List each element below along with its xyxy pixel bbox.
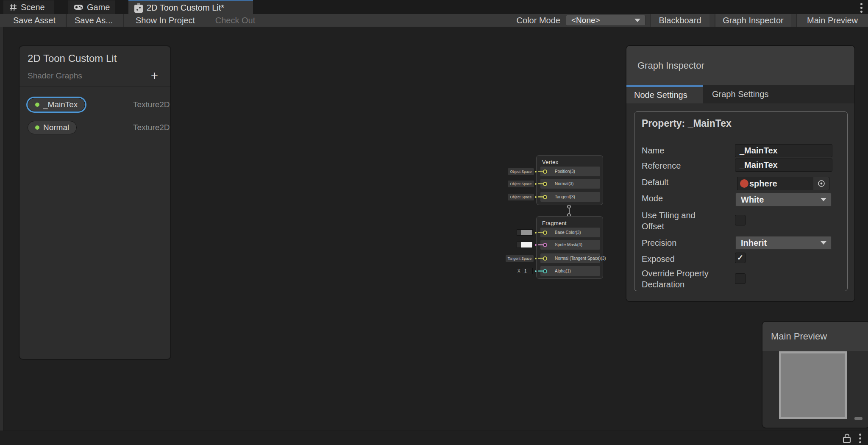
port-label: Normal(3) <box>555 179 573 189</box>
fragment-basecolor-row[interactable]: Base Color(3) <box>540 228 600 237</box>
main-preview-panel: Main Preview <box>762 321 868 428</box>
vertex-node-title: Vertex <box>542 159 559 165</box>
resize-handle[interactable] <box>854 417 862 420</box>
base-color-swatch[interactable] <box>517 229 533 236</box>
exposed-label: Exposed <box>642 253 733 264</box>
default-object-name: sphere <box>749 179 777 189</box>
input-port-icon[interactable] <box>543 182 547 186</box>
blackboard-subtitle: Shader Graphs <box>28 71 82 81</box>
property-box: Property: _MainTex Name _MainTex Referen… <box>634 111 848 291</box>
tab-game[interactable]: Game <box>68 0 115 14</box>
property-box-header: Property: _MainTex <box>634 112 847 135</box>
name-field[interactable]: _MainTex <box>735 144 832 157</box>
precision-dropdown[interactable]: Inherit <box>735 236 832 250</box>
override-declaration-checkbox[interactable] <box>735 273 746 284</box>
sprite-mask-swatch[interactable] <box>517 242 533 248</box>
dropdown-arrow-icon <box>821 241 826 245</box>
default-label: Default <box>642 177 733 188</box>
blackboard-toggle-button[interactable]: Blackboard <box>650 14 709 27</box>
tab-scene-label: Scene <box>21 3 45 12</box>
tab-node-settings[interactable]: Node Settings <box>626 85 703 103</box>
alpha-x-label: X <box>517 266 520 276</box>
input-port-icon[interactable] <box>543 269 547 273</box>
fragment-node[interactable]: Fragment Base Color(3) Sprite Mask(4) <box>536 216 603 279</box>
override-declaration-label: Override Property Declaration <box>642 268 733 290</box>
vertex-tangent-row[interactable]: Object Space Tangent(3) <box>540 192 600 202</box>
port-dot-icon <box>535 244 537 246</box>
fragment-spritemask-row[interactable]: Sprite Mask(4) <box>540 240 600 250</box>
fragment-normal-row[interactable]: Tangent Space Normal (Tangent Space)(3) <box>540 253 600 263</box>
show-in-project-button[interactable]: Show In Project <box>126 14 204 27</box>
check-out-button: Check Out <box>207 14 264 27</box>
status-menu-icon[interactable] <box>859 434 862 443</box>
object-picker-icon <box>817 179 826 188</box>
unlock-icon[interactable] <box>841 433 853 444</box>
add-property-button[interactable]: + <box>151 72 158 80</box>
input-port-icon[interactable] <box>543 243 547 247</box>
tiling-offset-checkbox[interactable] <box>735 215 746 225</box>
precision-label: Precision <box>642 237 733 248</box>
inspector-tab-row: Node Settings Graph Settings <box>626 85 854 103</box>
space-tag[interactable]: Object Space <box>508 194 534 200</box>
vertex-normal-row[interactable]: Object Space Normal(3) <box>540 179 600 189</box>
color-mode-dropdown[interactable]: <None> <box>566 15 645 26</box>
port-dot-icon <box>535 183 537 185</box>
exposed-dot-icon <box>35 103 39 107</box>
port-dot-icon <box>535 171 537 172</box>
graph-canvas[interactable]: 2D Toon Custom Lit Shader Graphs + _Main… <box>0 27 868 431</box>
shader-preview-image[interactable] <box>779 351 847 419</box>
property-type: Texture2D <box>133 123 170 132</box>
property-pill-maintex[interactable]: _MainTex <box>28 98 85 111</box>
gamepad-icon <box>74 4 83 10</box>
shader-graph-icon <box>134 3 143 13</box>
precision-value: Inherit <box>741 238 767 248</box>
mode-dropdown[interactable]: White <box>735 193 832 206</box>
mode-label: Mode <box>642 193 733 204</box>
main-preview-toggle-button[interactable]: Main Preview <box>796 14 868 27</box>
main-preview-title: Main Preview <box>762 322 868 351</box>
fragment-node-title: Fragment <box>542 220 567 226</box>
input-port-icon[interactable] <box>543 170 547 174</box>
toolbar-divider <box>66 14 67 27</box>
shader-toolbar: Save Asset Save As... Show In Project Ch… <box>0 14 868 27</box>
property-type: Texture2D <box>133 100 170 109</box>
vertex-node[interactable]: Vertex Object Space Position(3) Object S… <box>536 155 603 205</box>
tiling-offset-label: Use Tiling and Offset <box>642 210 733 232</box>
input-port-icon[interactable] <box>543 231 547 235</box>
object-picker-button[interactable] <box>813 177 829 190</box>
exposed-checkbox[interactable]: ✓ <box>735 253 746 263</box>
mode-value: White <box>741 195 764 205</box>
tab-shader-graph[interactable]: 2D Toon Custom Lit* <box>128 0 253 14</box>
port-dot-icon <box>535 232 537 234</box>
fragment-alpha-row[interactable]: X 1 Alpha(1) <box>540 266 600 276</box>
save-asset-button[interactable]: Save Asset <box>3 14 65 27</box>
space-tag[interactable]: Object Space <box>508 181 534 187</box>
graph-inspector-title: Graph Inspector <box>626 46 854 85</box>
tab-graph-settings[interactable]: Graph Settings <box>703 85 768 103</box>
space-tag[interactable]: Object Space <box>508 168 534 175</box>
toolbar-divider <box>123 14 124 27</box>
vertex-position-row[interactable]: Object Space Position(3) <box>540 167 600 176</box>
space-tag[interactable]: Tangent Space <box>506 255 534 262</box>
port-label: Sprite Mask(4) <box>555 240 582 250</box>
graph-inspector-panel: Graph Inspector Node Settings Graph Sett… <box>626 45 855 302</box>
dropdown-arrow-icon <box>821 198 826 201</box>
property-row-normal: Normal Texture2D <box>19 120 171 135</box>
color-mode-label: Color Mode <box>492 14 560 27</box>
property-row-maintex: _MainTex Texture2D <box>19 97 171 112</box>
alpha-value-field[interactable]: 1 <box>522 268 533 274</box>
dock-edge <box>0 27 3 431</box>
blackboard-header: 2D Toon Custom Lit Shader Graphs + <box>19 46 170 86</box>
default-object-field[interactable]: sphere <box>737 177 829 190</box>
blackboard-panel: 2D Toon Custom Lit Shader Graphs + _Main… <box>19 46 171 359</box>
graph-inspector-toggle-button[interactable]: Graph Inspector <box>715 14 791 27</box>
input-port-icon[interactable] <box>543 195 547 199</box>
tab-scene[interactable]: Scene <box>3 0 54 14</box>
save-as-button[interactable]: Save As... <box>67 14 120 27</box>
input-port-icon[interactable] <box>543 256 547 261</box>
reference-field[interactable]: _MainTex <box>735 159 832 172</box>
port-label: Alpha(1) <box>555 266 571 276</box>
property-pill-normal[interactable]: Normal <box>28 121 77 134</box>
name-label: Name <box>642 145 733 156</box>
window-menu-icon[interactable] <box>860 3 863 13</box>
